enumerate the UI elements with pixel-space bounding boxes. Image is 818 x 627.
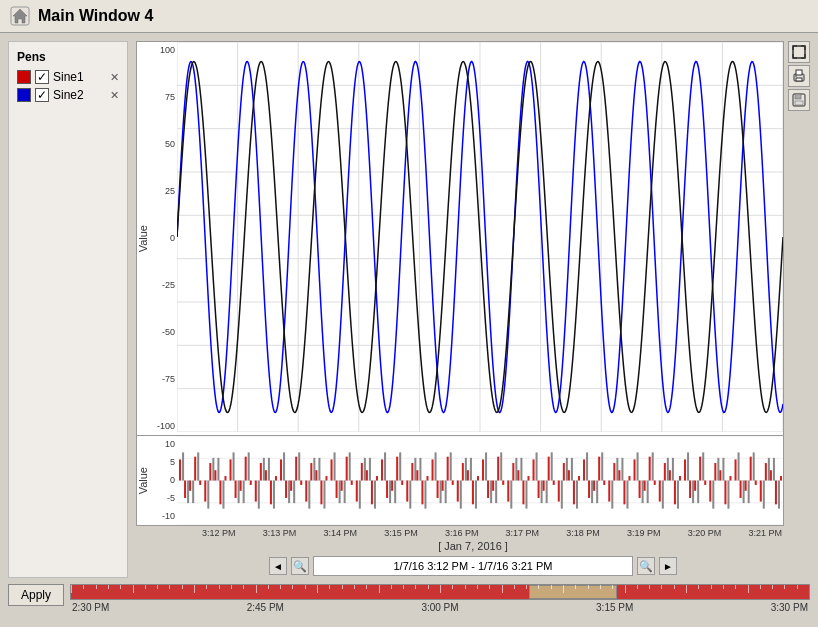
- main-chart-plot: [177, 42, 783, 435]
- title-bar: Main Window 4: [0, 0, 818, 33]
- nav-right-button[interactable]: ►: [659, 557, 677, 575]
- window-title: Main Window 4: [38, 7, 153, 25]
- svg-rect-3: [796, 70, 802, 75]
- nav-left-button[interactable]: ◄: [269, 557, 287, 575]
- svg-point-5: [795, 75, 797, 77]
- svg-rect-7: [795, 94, 801, 99]
- timeline-ticks: 2:30 PM2:45 PM3:00 PM3:15 PM3:30 PM: [70, 602, 810, 613]
- save-button[interactable]: [788, 89, 810, 111]
- svg-rect-1: [793, 46, 805, 58]
- expand-button[interactable]: [788, 41, 810, 63]
- pen2-color-box: [17, 88, 31, 102]
- home-icon: [10, 6, 30, 26]
- mini-chart-plot: [177, 436, 783, 525]
- zoom-in-right[interactable]: 🔍: [637, 557, 655, 575]
- pen-item-sine1[interactable]: ✓ Sine1 ✕: [17, 70, 119, 84]
- pen2-close[interactable]: ✕: [110, 89, 119, 102]
- mini-y-axis: 1050-5-10: [155, 436, 177, 525]
- mini-chart-canvas: [177, 436, 783, 525]
- pen1-color-box: [17, 70, 31, 84]
- pen-item-sine2[interactable]: ✓ Sine2 ✕: [17, 88, 119, 102]
- main-chart-canvas: [177, 42, 783, 432]
- nav-row: ◄ 🔍 🔍 ►: [136, 554, 810, 578]
- pen2-label: Sine2: [53, 88, 106, 102]
- time-range-input[interactable]: [313, 556, 633, 576]
- svg-rect-4: [796, 78, 802, 81]
- pen1-close[interactable]: ✕: [110, 71, 119, 84]
- pen2-check[interactable]: ✓: [35, 88, 49, 102]
- pen1-label: Sine1: [53, 70, 106, 84]
- x-axis-ticks: 3:12 PM3:13 PM3:14 PM3:15 PM3:16 PM3:17 …: [136, 528, 810, 538]
- date-label: [ Jan 7, 2016 ]: [136, 538, 810, 554]
- main-y-axis: 1007550250-25-50-75-100: [155, 42, 177, 435]
- scrollbar-thumb[interactable]: [529, 585, 618, 599]
- pens-panel: Pens ✓ Sine1 ✕ ✓ Sine2 ✕: [8, 41, 128, 578]
- scrollbar-track[interactable]: [70, 584, 810, 600]
- main-y-axis-label: Value: [137, 225, 155, 252]
- timeline-area: 2:30 PM2:45 PM3:00 PM3:15 PM3:30 PM: [70, 584, 810, 613]
- pen1-check[interactable]: ✓: [35, 70, 49, 84]
- chart-toolbar: [788, 41, 810, 111]
- zoom-out-left[interactable]: 🔍: [291, 557, 309, 575]
- pens-title: Pens: [17, 50, 119, 64]
- mini-y-axis-label: Value: [137, 467, 155, 494]
- svg-rect-8: [795, 101, 803, 105]
- apply-button[interactable]: Apply: [8, 584, 64, 606]
- print-button[interactable]: [788, 65, 810, 87]
